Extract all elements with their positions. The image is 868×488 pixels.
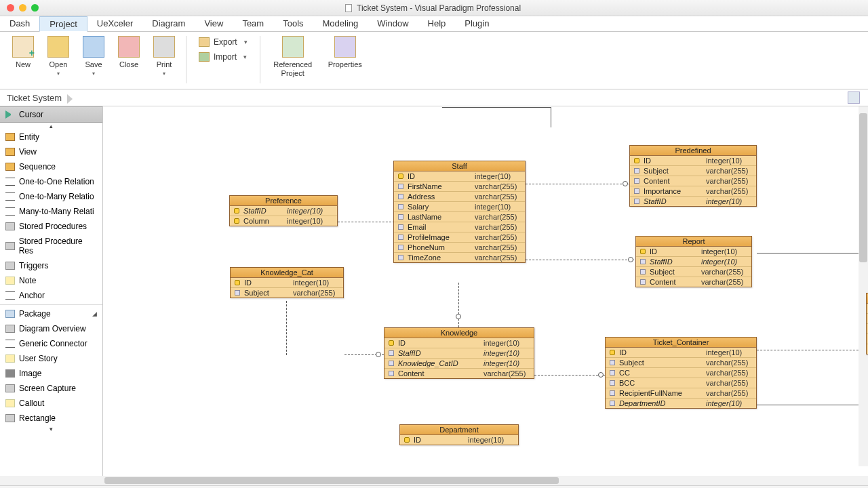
table-row[interactable]: IDinteger(10): [630, 156, 756, 166]
table-row[interactable]: IDinteger(10): [384, 338, 534, 348]
table-row[interactable]: IDinteger(10): [636, 247, 751, 257]
vertical-scrollbar[interactable]: [859, 106, 868, 466]
scroll-down-icon[interactable]: ▾: [0, 426, 102, 432]
palette-item-view[interactable]: View: [0, 144, 102, 159]
menu-item-help[interactable]: Help: [418, 16, 456, 31]
palette-item-user-story[interactable]: User Story: [0, 351, 102, 366]
palette-item-generic-connector[interactable]: Generic Connector: [0, 336, 102, 351]
palette-item-diagram-overview[interactable]: Diagram Overview: [0, 321, 102, 336]
referenced-project-button[interactable]: Referenced Project: [264, 36, 321, 78]
save-button[interactable]: Save▾: [76, 36, 111, 77]
table-row[interactable]: CCvarchar(255): [606, 368, 756, 378]
table-row[interactable]: Emailvarchar(255): [394, 222, 525, 232]
palette-item-rectangle[interactable]: Rectangle: [0, 411, 102, 426]
table-row[interactable]: IDinteger(10): [231, 278, 343, 288]
column-name: PhoneNum: [408, 243, 475, 251]
menu-item-modeling[interactable]: Modeling: [313, 16, 368, 31]
palette-item-sequence[interactable]: Sequence: [0, 159, 102, 174]
palette-item-image[interactable]: Image: [0, 366, 102, 381]
entity-preference[interactable]: PreferenceStaffIDinteger(10)Columnintege…: [229, 195, 338, 226]
open-button[interactable]: Open▾: [41, 36, 76, 77]
table-row[interactable]: PhoneNumvarchar(255): [394, 243, 525, 253]
table-row[interactable]: StaffIDinteger(10): [384, 348, 534, 359]
palette-item-label: Entity: [19, 132, 39, 142]
table-row[interactable]: Knowledge_CatIDinteger(10): [384, 359, 534, 369]
palette-item-entity[interactable]: Entity: [0, 129, 102, 144]
table-row[interactable]: Subjectvarchar(255): [630, 166, 756, 176]
palette-item-stored-procedure-res[interactable]: Stored Procedure Res: [0, 234, 102, 258]
import-button[interactable]: Import▾: [196, 51, 250, 63]
table-row[interactable]: TimeZonevarchar(255): [394, 253, 525, 262]
print-button[interactable]: Print▾: [146, 36, 182, 77]
menu-item-view[interactable]: View: [195, 16, 233, 31]
table-row[interactable]: Contentvarchar(255): [630, 176, 756, 186]
table-row[interactable]: Subjectvarchar(255): [636, 267, 751, 277]
maximize-window-button[interactable]: [31, 4, 39, 12]
palette-item-callout[interactable]: Callout: [0, 396, 102, 411]
menu-item-window[interactable]: Window: [368, 16, 418, 31]
table-row[interactable]: Subjectvarchar(255): [606, 358, 756, 368]
collapse-icon[interactable]: ▴: [0, 123, 102, 129]
table-row[interactable]: StaffIDinteger(10): [230, 206, 337, 216]
primary-key-icon: [234, 208, 239, 214]
breadcrumb-item[interactable]: Ticket System: [7, 93, 75, 103]
table-row[interactable]: IDinteger(10): [400, 435, 518, 445]
column-icon: [235, 290, 240, 296]
table-row[interactable]: ProfileImagevarchar(255): [394, 232, 525, 243]
palette-item-one-to-many-relatio[interactable]: One-to-Many Relatio: [0, 189, 102, 204]
minimize-window-button[interactable]: [19, 4, 26, 12]
menu-item-plugin[interactable]: Plugin: [455, 16, 498, 31]
palette-item-note[interactable]: Note: [0, 273, 102, 288]
menu-item-uexceler[interactable]: UeXceler: [87, 16, 142, 31]
close-button[interactable]: Close: [111, 36, 146, 69]
horizontal-scrollbar[interactable]: [0, 476, 868, 485]
entity-knowledge_cat[interactable]: Knowledge_CatIDinteger(10)Subjectvarchar…: [230, 267, 344, 298]
table-row[interactable]: BCCvarchar(255): [606, 378, 756, 388]
diagram-canvas[interactable]: PreferenceStaffIDinteger(10)Columnintege…: [103, 106, 868, 476]
entity-department[interactable]: DepartmentIDinteger(10): [399, 424, 519, 445]
column-name: Subject: [244, 289, 293, 297]
diagram-navigator-icon[interactable]: [848, 92, 860, 104]
table-row[interactable]: LastNamevarchar(255): [394, 212, 525, 222]
table-row[interactable]: FirstNamevarchar(255): [394, 182, 525, 192]
export-button[interactable]: Export▾: [196, 36, 250, 48]
new-button[interactable]: New: [5, 36, 41, 69]
table-row[interactable]: RecipientFullNamevarchar(255): [606, 388, 756, 399]
palette-item-many-to-many-relati[interactable]: Many-to-Many Relati: [0, 204, 102, 219]
table-row[interactable]: Columninteger(10): [230, 216, 337, 226]
entity-staff[interactable]: StaffIDinteger(10)FirstNamevarchar(255)A…: [393, 161, 526, 263]
column-icon: [610, 390, 615, 396]
palette-item-one-to-one-relation[interactable]: One-to-One Relation: [0, 174, 102, 189]
close-window-button[interactable]: [7, 4, 14, 12]
table-row[interactable]: Contentvarchar(255): [636, 277, 751, 287]
column-type: integer(10): [706, 197, 752, 205]
table-row[interactable]: Addressvarchar(255): [394, 192, 525, 202]
table-row[interactable]: Subjectvarchar(255): [231, 288, 343, 298]
palette-item-anchor[interactable]: Anchor: [0, 288, 102, 303]
properties-button[interactable]: Properties: [321, 36, 369, 69]
palette-item-package[interactable]: Package◢: [0, 306, 102, 321]
note-icon: [5, 399, 15, 407]
menu-item-team[interactable]: Team: [233, 16, 273, 31]
entity-predefined[interactable]: PredefinedIDinteger(10)Subjectvarchar(25…: [629, 145, 757, 207]
menu-item-diagram[interactable]: Diagram: [142, 16, 195, 31]
table-row[interactable]: DepartmentIDinteger(10): [606, 399, 756, 408]
table-row[interactable]: StaffIDinteger(10): [636, 257, 751, 267]
menu-item-project[interactable]: Project: [39, 16, 87, 32]
table-row[interactable]: StaffIDinteger(10): [630, 197, 756, 206]
entity-knowledge[interactable]: KnowledgeIDinteger(10)StaffIDinteger(10)…: [384, 327, 534, 379]
table-row[interactable]: IDinteger(10): [606, 348, 756, 358]
entity-ticket_container[interactable]: Ticket_ContainerIDinteger(10)Subjectvarc…: [605, 337, 757, 409]
table-row[interactable]: Importancevarchar(255): [630, 186, 756, 197]
table-row[interactable]: Salaryinteger(10): [394, 202, 525, 212]
menu-item-tools[interactable]: Tools: [273, 16, 313, 31]
palette-item-triggers[interactable]: Triggers: [0, 258, 102, 273]
table-row[interactable]: IDinteger(10): [394, 171, 525, 182]
palette-item-stored-procedures[interactable]: Stored Procedures: [0, 219, 102, 234]
column-name: DepartmentID: [619, 399, 706, 407]
table-row[interactable]: Contentvarchar(255): [384, 369, 534, 378]
palette-item-screen-capture[interactable]: Screen Capture: [0, 381, 102, 396]
entity-report[interactable]: ReportIDinteger(10)StaffIDinteger(10)Sub…: [635, 236, 752, 287]
menu-item-dash[interactable]: Dash: [0, 16, 39, 31]
palette-item-cursor[interactable]: Cursor: [0, 106, 102, 123]
